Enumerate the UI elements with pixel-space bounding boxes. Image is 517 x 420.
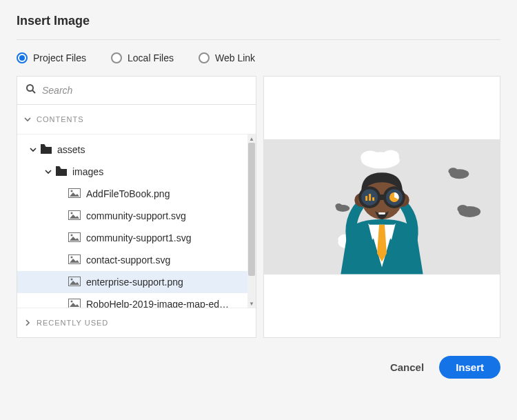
preview-illustration xyxy=(264,139,500,274)
svg-point-13 xyxy=(71,300,73,302)
file-label: enterprise-support.png xyxy=(86,277,183,288)
chevron-down-icon xyxy=(30,144,37,155)
svg-point-20 xyxy=(448,168,458,174)
divider xyxy=(17,39,500,40)
file-label: community-support.svg xyxy=(86,210,186,221)
tab-local-files[interactable]: Local Files xyxy=(111,52,174,63)
image-icon xyxy=(68,210,81,222)
dialog-title: Insert Image xyxy=(17,14,500,28)
svg-point-5 xyxy=(71,212,73,214)
search-row xyxy=(17,77,256,105)
content-area: CONTENTS assets images xyxy=(17,76,500,338)
search-input[interactable] xyxy=(42,85,247,96)
image-icon xyxy=(68,232,81,244)
image-icon xyxy=(68,277,81,288)
svg-point-0 xyxy=(27,85,33,91)
file-label: contact-support.svg xyxy=(86,254,170,266)
tab-label: Local Files xyxy=(128,52,174,63)
tree-file[interactable]: contact-support.svg xyxy=(17,249,247,271)
svg-point-24 xyxy=(335,203,342,209)
svg-point-11 xyxy=(71,278,73,280)
source-tabs: Project Files Local Files Web Link xyxy=(17,52,500,63)
svg-point-15 xyxy=(361,150,380,164)
file-label: AddFileToBook.png xyxy=(86,188,170,199)
insert-button[interactable]: Insert xyxy=(439,356,500,379)
tree-file[interactable]: RoboHelp-2019-image-map-ed… xyxy=(17,293,247,308)
folder-icon xyxy=(56,166,67,178)
tree-wrap: assets images AddFileToBook.png xyxy=(17,134,256,308)
radio-icon xyxy=(111,52,122,63)
scrollbar-track[interactable] xyxy=(247,143,256,299)
tab-label: Web Link xyxy=(215,52,255,63)
tree-folder-images[interactable]: images xyxy=(17,161,247,183)
tree-file[interactable]: AddFileToBook.png xyxy=(17,183,247,205)
image-preview xyxy=(264,139,500,274)
tree-file[interactable]: community-support1.svg xyxy=(17,227,247,249)
search-icon xyxy=(26,83,37,97)
file-label: community-support1.svg xyxy=(86,232,192,243)
file-tree[interactable]: assets images AddFileToBook.png xyxy=(17,134,247,308)
scroll-down-arrow-icon[interactable]: ▼ xyxy=(247,299,256,308)
chevron-down-icon xyxy=(45,166,52,177)
svg-rect-36 xyxy=(365,196,367,201)
chevron-down-icon xyxy=(24,113,31,126)
image-icon xyxy=(68,188,81,200)
dialog-footer: Cancel Insert xyxy=(17,356,500,379)
svg-point-7 xyxy=(71,234,73,236)
scrollbar[interactable]: ▲ ▼ xyxy=(247,134,256,308)
file-browser-panel: CONTENTS assets images xyxy=(17,76,256,338)
tab-label: Project Files xyxy=(33,52,86,63)
svg-point-22 xyxy=(457,205,468,213)
recently-used-label: RECENTLY USED xyxy=(37,319,108,327)
contents-section-header[interactable]: CONTENTS xyxy=(17,105,256,134)
folder-label: images xyxy=(72,166,103,177)
svg-point-3 xyxy=(71,190,73,192)
svg-line-1 xyxy=(32,90,35,93)
cancel-button[interactable]: Cancel xyxy=(390,361,424,373)
insert-image-dialog: Insert Image Project Files Local Files W… xyxy=(0,0,517,392)
tree-file-selected[interactable]: enterprise-support.png xyxy=(17,271,247,293)
folder-icon xyxy=(41,144,52,156)
radio-icon xyxy=(199,52,210,63)
scroll-up-arrow-icon[interactable]: ▲ xyxy=(247,134,256,143)
preview-panel xyxy=(263,76,500,338)
contents-label: CONTENTS xyxy=(37,115,84,123)
recently-used-section-header[interactable]: RECENTLY USED xyxy=(17,308,256,337)
tree-folder-assets[interactable]: assets xyxy=(17,139,247,161)
tree-file[interactable]: community-support.svg xyxy=(17,205,247,227)
chevron-right-icon xyxy=(24,317,31,329)
svg-rect-30 xyxy=(378,212,385,214)
file-label: RoboHelp-2019-image-map-ed… xyxy=(86,299,229,308)
image-icon xyxy=(68,254,81,266)
scrollbar-thumb[interactable] xyxy=(248,143,255,276)
tab-project-files[interactable]: Project Files xyxy=(17,52,86,63)
svg-point-16 xyxy=(383,150,399,162)
svg-point-9 xyxy=(71,256,73,258)
image-icon xyxy=(68,299,81,308)
folder-label: assets xyxy=(57,144,85,155)
svg-rect-38 xyxy=(372,197,374,201)
svg-rect-37 xyxy=(369,194,371,201)
radio-selected-icon xyxy=(17,52,28,63)
tab-web-link[interactable]: Web Link xyxy=(199,52,255,63)
